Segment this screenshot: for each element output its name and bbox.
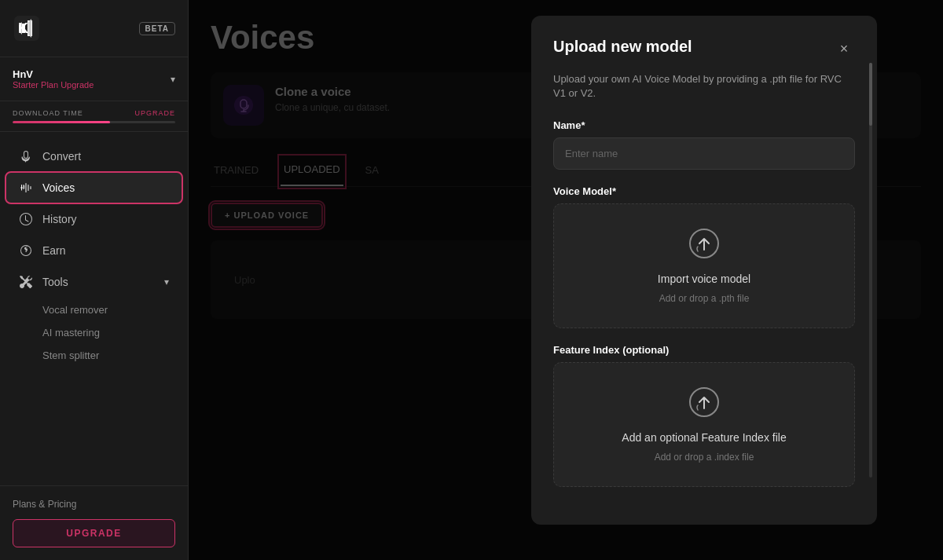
- user-plan: Starter Plan Upgrade: [13, 80, 94, 90]
- feature-index-label: Feature Index (optional): [553, 344, 855, 356]
- sidebar: K BETA HnV Starter Plan Upgrade ▾ DOWNLO…: [0, 0, 189, 560]
- clock-icon: [19, 212, 33, 226]
- voice-model-label: Voice Model*: [553, 185, 855, 197]
- upload-arrow-icon: [688, 228, 720, 265]
- sidebar-item-history[interactable]: History: [6, 204, 182, 234]
- name-label: Name*: [553, 119, 855, 131]
- modal-header: Upload new model ×: [553, 38, 855, 60]
- tools-icon: [19, 275, 33, 289]
- voices-label: Voices: [42, 181, 75, 194]
- name-input[interactable]: [553, 137, 855, 170]
- user-chevron-icon: ▾: [171, 74, 175, 85]
- earn-label: Earn: [42, 244, 66, 257]
- microphone-icon: [19, 149, 33, 163]
- sidebar-item-earn[interactable]: Earn: [6, 236, 182, 265]
- voice-model-upload-zone[interactable]: Import voice model Add or drop a .pth fi…: [553, 203, 855, 328]
- modal-scrollbar-thumb: [869, 63, 872, 126]
- sidebar-header: K BETA: [0, 0, 188, 57]
- app-logo: K: [13, 14, 41, 42]
- feature-index-upload-title: Add an optional Feature Index file: [622, 431, 786, 444]
- modal-close-button[interactable]: ×: [833, 38, 855, 60]
- history-label: History: [42, 213, 77, 225]
- upgrade-link[interactable]: UPGRADE: [134, 109, 175, 117]
- upgrade-button[interactable]: UPGRADE: [13, 519, 175, 547]
- modal-subtitle: Upload your own AI Voice Model by provid…: [553, 72, 855, 101]
- modal-title: Upload new model: [553, 38, 692, 56]
- sidebar-item-convert[interactable]: Convert: [6, 141, 182, 171]
- sidebar-item-tools[interactable]: Tools ▾: [6, 267, 182, 297]
- modal-scrollbar[interactable]: [869, 63, 872, 478]
- voice-model-upload-title: Import voice model: [658, 273, 750, 285]
- download-labels: DOWNLOAD TIME UPGRADE: [13, 109, 175, 117]
- tools-label: Tools: [42, 276, 68, 288]
- tools-submenu: Vocal remover AI mastering Stem splitter: [0, 298, 188, 367]
- tools-chevron-icon: ▾: [164, 276, 169, 287]
- stem-splitter-item[interactable]: Stem splitter: [6, 344, 188, 367]
- user-section[interactable]: HnV Starter Plan Upgrade ▾: [0, 57, 188, 101]
- waveform-icon: [19, 181, 33, 195]
- user-name: HnV: [13, 68, 94, 80]
- main-content: Voices Clone a voice Clone a unique, cu …: [189, 0, 943, 560]
- sidebar-item-voices[interactable]: Voices: [6, 173, 182, 203]
- tools-left: Tools: [19, 275, 68, 289]
- sidebar-footer: Plans & Pricing UPGRADE: [0, 485, 188, 560]
- ai-mastering-item[interactable]: AI mastering: [6, 321, 188, 344]
- download-progress-bar: [13, 121, 175, 123]
- feature-index-upload-zone[interactable]: Add an optional Feature Index file Add o…: [553, 362, 855, 487]
- plans-pricing-link[interactable]: Plans & Pricing: [13, 499, 175, 510]
- download-time-label: DOWNLOAD TIME: [13, 109, 83, 117]
- dollar-icon: [19, 243, 33, 258]
- download-section: DOWNLOAD TIME UPGRADE: [0, 101, 188, 132]
- nav-section: Convert Voices History: [0, 132, 188, 485]
- feature-index-upload-sub: Add or drop a .index file: [655, 452, 754, 463]
- user-info: HnV Starter Plan Upgrade: [13, 68, 94, 90]
- vocal-remover-item[interactable]: Vocal remover: [6, 298, 188, 321]
- svg-text:K: K: [18, 20, 28, 36]
- feature-upload-arrow-icon: [688, 386, 720, 423]
- download-progress-fill: [13, 121, 110, 123]
- voice-model-upload-sub: Add or drop a .pth file: [659, 293, 750, 304]
- convert-label: Convert: [42, 150, 81, 163]
- upload-model-modal: Upload new model × Upload your own AI Vo…: [531, 16, 877, 525]
- beta-badge: BETA: [139, 22, 175, 35]
